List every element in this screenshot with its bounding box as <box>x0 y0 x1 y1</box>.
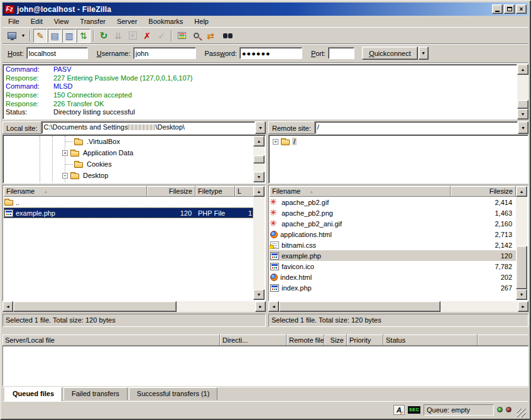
menu-transfer[interactable]: Transfer <box>74 16 111 26</box>
tree-item[interactable]: − Desktop <box>4 170 253 181</box>
tab-queued-files[interactable]: Queued files <box>4 387 62 401</box>
scroll-up-button[interactable]: ▲ <box>253 186 265 197</box>
log-label: Command: <box>3 65 53 74</box>
directory-filter-button[interactable] <box>175 29 189 43</box>
password-input[interactable] <box>239 47 302 59</box>
file-row[interactable]: index.html202 <box>270 272 516 282</box>
local-list-scrollbar[interactable]: ▲ ▼ <box>253 186 265 300</box>
scrollbar-thumb[interactable] <box>279 301 441 312</box>
remote-path-dropdown-button[interactable]: ▼ <box>518 121 528 134</box>
column-header-filesize[interactable]: Filesize <box>147 186 195 197</box>
site-manager-dropdown-button[interactable]: ▼ <box>19 29 27 43</box>
process-queue-button[interactable]: ⇊ <box>111 29 125 43</box>
scroll-down-button[interactable]: ▼ <box>253 172 265 182</box>
file-row[interactable]: apache_pb2.png1,463 <box>270 207 516 218</box>
file-row[interactable]: apache_pb2.gif2,414 <box>270 197 516 207</box>
port-input[interactable] <box>328 47 354 59</box>
column-header-priority[interactable]: Priority <box>347 334 383 346</box>
maximize-button[interactable] <box>504 4 515 14</box>
queue-list[interactable] <box>3 346 528 386</box>
column-header-remote-file[interactable]: Remote file <box>287 334 324 346</box>
tab-failed-transfers[interactable]: Failed transfers <box>63 387 128 400</box>
minimize-button[interactable] <box>492 4 503 14</box>
column-header-filetype[interactable]: Filetype <box>195 186 235 197</box>
scrollbar-thumb[interactable] <box>516 246 527 289</box>
synchronized-browsing-button[interactable]: ⇄ <box>204 29 217 43</box>
scroll-down-button[interactable]: ▼ <box>517 109 528 119</box>
file-row-selected[interactable]: example.php120 <box>270 250 516 261</box>
local-path-combobox[interactable]: C:\Documents and Settings\Desktop\ ▼ <box>41 121 266 134</box>
collapse-minus-icon[interactable]: − <box>62 173 68 179</box>
scroll-right-button[interactable]: ► <box>518 301 528 312</box>
menu-server[interactable]: Server <box>111 16 143 26</box>
tree-item[interactable]: + / <box>270 136 527 147</box>
file-row[interactable]: bitnami.css2,142 <box>270 240 516 250</box>
menu-bookmarks[interactable]: Bookmarks <box>143 16 189 26</box>
scroll-up-button[interactable]: ▲ <box>516 186 527 197</box>
menu-view[interactable]: View <box>48 16 75 26</box>
site-manager-button[interactable] <box>5 29 19 43</box>
scroll-left-button[interactable]: ◄ <box>3 301 13 312</box>
local-tree-scrollbar[interactable]: ▲ ▼ <box>253 136 265 182</box>
reconnect-button[interactable]: ✓ <box>155 29 168 43</box>
username-input[interactable] <box>133 47 196 59</box>
remote-path-combobox[interactable]: / ▼ <box>315 121 528 134</box>
file-row[interactable]: applications.html2,713 <box>270 229 516 240</box>
file-search-button[interactable] <box>189 29 203 43</box>
scroll-down-button[interactable]: ▼ <box>253 289 265 300</box>
expand-plus-icon[interactable]: + <box>273 139 278 145</box>
quickconnect-dropdown-button[interactable]: ▼ <box>419 47 429 60</box>
column-header-direction[interactable]: Directi... <box>220 334 287 346</box>
menu-file[interactable]: File <box>3 16 25 26</box>
compare-directories-button[interactable] <box>218 29 232 43</box>
toggle-local-tree-button[interactable]: ▤ <box>48 29 62 43</box>
scroll-up-button[interactable]: ▲ <box>517 64 528 75</box>
scrollbar-thumb[interactable] <box>253 155 265 163</box>
file-row[interactable]: favicon.ico7,782 <box>270 261 516 272</box>
scroll-right-button[interactable]: ► <box>255 301 266 312</box>
file-row-selected[interactable]: example.php 120 PHP File 1 <box>4 207 253 218</box>
toggle-queue-button[interactable]: ⇅ <box>77 29 90 43</box>
disconnect-button[interactable]: ✗ <box>140 29 154 43</box>
file-row[interactable]: apache_pb2_ani.gif2,160 <box>270 218 516 229</box>
column-header-filesize[interactable]: Filesize <box>451 186 516 197</box>
column-header-filename[interactable]: Filename▲ <box>4 186 147 197</box>
arrow-left-icon: ◄ <box>271 304 276 309</box>
quickconnect-button[interactable]: Quickconnect <box>362 47 418 60</box>
menu-help[interactable]: Help <box>189 16 214 26</box>
scrollbar-thumb[interactable] <box>517 100 528 109</box>
php-file-icon <box>270 284 279 292</box>
local-path-dropdown-button[interactable]: ▼ <box>255 121 266 134</box>
cancel-operation-button[interactable]: × <box>126 29 140 43</box>
close-button[interactable]: × <box>516 4 527 14</box>
transfer-type-indicator-icon[interactable]: A <box>393 405 405 415</box>
toggle-message-log-button[interactable]: ✎ <box>33 29 47 43</box>
expand-plus-icon[interactable]: + <box>62 150 68 156</box>
scrollbar-thumb[interactable] <box>13 301 177 312</box>
file-name: apache_pb2.gif <box>282 199 329 206</box>
tab-successful-transfers[interactable]: Successful transfers (1) <box>129 387 218 400</box>
file-row[interactable]: index.php267 <box>270 282 516 293</box>
column-header-filename[interactable]: Filename▲ <box>270 186 451 197</box>
column-header-status[interactable]: Status <box>383 334 478 346</box>
local-horizontal-scrollbar[interactable]: ◄ ► <box>3 301 266 312</box>
tree-item[interactable]: .VirtualBox <box>4 136 253 147</box>
scroll-down-button[interactable]: ▼ <box>516 289 527 300</box>
remote-list-scrollbar[interactable]: ▲ ▼ <box>516 186 527 300</box>
host-input[interactable] <box>26 47 88 59</box>
column-header-server-local-file[interactable]: Server/Local file <box>3 334 220 346</box>
scroll-up-button[interactable]: ▲ <box>253 136 265 146</box>
tree-item[interactable]: Cookies <box>4 158 253 170</box>
log-scrollbar[interactable]: ▲ ▼ <box>517 64 528 119</box>
remote-horizontal-scrollbar[interactable]: ◄ ► <box>268 301 528 312</box>
resize-grip[interactable] <box>517 409 526 417</box>
scroll-left-button[interactable]: ◄ <box>268 301 279 312</box>
file-row[interactable]: .. <box>4 197 253 207</box>
menu-edit[interactable]: Edit <box>25 16 48 26</box>
refresh-button[interactable]: ↻ <box>97 29 111 43</box>
column-header-size[interactable]: Size <box>324 334 347 346</box>
tree-item[interactable]: + Application Data <box>4 147 253 158</box>
column-header-last-modified[interactable]: L <box>235 186 253 197</box>
filezilla-logo-icon[interactable]: Fz <box>4 5 14 14</box>
toggle-remote-tree-button[interactable]: ▥ <box>62 29 76 43</box>
